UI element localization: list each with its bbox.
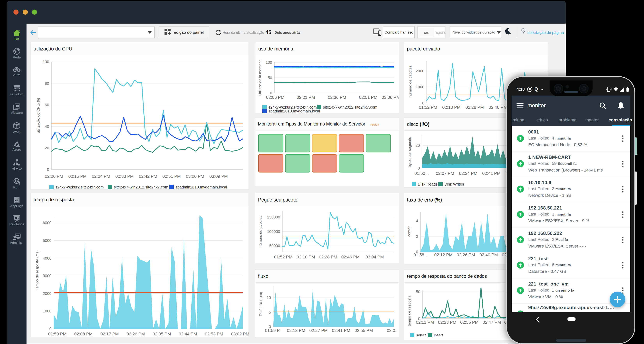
- svg-text:número de pacotes: número de pacotes: [408, 66, 412, 98]
- svg-text:site24x7-win2012.site24x7.com: site24x7-win2012.site24x7.com: [114, 185, 168, 189]
- svg-text:site24x7-win2012.site24x7.com: site24x7-win2012.site24x7.com: [323, 105, 377, 109]
- svg-text:02:28 PM: 02:28 PM: [466, 105, 484, 110]
- svg-text:s24x7-w2k8r2.site24x7.com: s24x7-w2k8r2.site24x7.com: [55, 185, 104, 189]
- svg-text:03:00 PM: 03:00 PM: [186, 174, 204, 179]
- svg-text:5: 5: [269, 310, 271, 314]
- svg-text:02:41 PM: 02:41 PM: [332, 328, 350, 333]
- svg-text:02:23 PM: 02:23 PM: [438, 320, 456, 325]
- svg-text:02:55 PM: 02:55 PM: [354, 328, 373, 333]
- svg-text:0: 0: [422, 101, 424, 105]
- svg-text:1000: 1000: [416, 85, 424, 89]
- svg-text:02:35 PM: 02:35 PM: [460, 320, 478, 325]
- svg-text:Disk Reads: Disk Reads: [418, 182, 438, 186]
- svg-text:03:06 PM: 03:06 PM: [382, 95, 399, 100]
- svg-text:Disk Writes: Disk Writes: [444, 182, 464, 186]
- svg-text:02:40 PM: 02:40 PM: [480, 252, 498, 257]
- svg-text:..: ..: [246, 332, 249, 336]
- svg-text:02:35 PM: 02:35 PM: [152, 332, 171, 336]
- svg-text:bytes por segundo: bytes por segundo: [408, 137, 412, 167]
- svg-text:02:10 PM: 02:10 PM: [442, 105, 460, 110]
- svg-text:80: 80: [45, 81, 49, 86]
- svg-text:4: 4: [416, 219, 418, 223]
- svg-text:0: 0: [49, 327, 52, 331]
- svg-text:02:07 PM: 02:07 PM: [436, 171, 454, 176]
- svg-text:50000: 50000: [269, 244, 280, 248]
- svg-text:0: 0: [47, 168, 49, 172]
- svg-text:2000: 2000: [43, 292, 52, 296]
- svg-text:01:59 P..: 01:59 P..: [265, 328, 282, 333]
- svg-text:01:50 ..: 01:50 ..: [414, 171, 428, 176]
- svg-text:6000: 6000: [43, 221, 52, 225]
- svg-text:100: 100: [266, 60, 272, 64]
- svg-text:02:08 PM: 02:08 PM: [74, 332, 92, 336]
- svg-text:02:24 PM: 02:24 PM: [92, 174, 110, 179]
- svg-text:s24x7-w2k8r2.site24x7.com: s24x7-w2k8r2.site24x7.com: [268, 105, 317, 109]
- svg-text:02:26 PM: 02:26 PM: [457, 252, 475, 257]
- svg-text:02: 02: [502, 252, 506, 257]
- svg-text:5000: 5000: [43, 238, 52, 243]
- svg-text:02:21 PM: 02:21 PM: [297, 95, 315, 100]
- svg-text:02:26 PM: 02:26 PM: [126, 332, 145, 336]
- svg-text:02:42 PM: 02:42 PM: [139, 174, 157, 179]
- svg-text:4000: 4000: [43, 256, 52, 260]
- svg-text:01:59 PM: 01:59 PM: [48, 332, 66, 336]
- svg-text:tempo de resposta: tempo de resposta: [407, 296, 411, 326]
- svg-text:02:06 PM: 02:06 PM: [45, 174, 63, 179]
- svg-text:02:12 PM: 02:12 PM: [434, 252, 452, 257]
- svg-text:contar: contar: [407, 226, 411, 236]
- svg-text:02:47 PM: 02:47 PM: [482, 320, 501, 325]
- svg-text:0: 0: [418, 166, 420, 170]
- svg-text:spadmin2010.mydomain.local: spadmin2010.mydomain.local: [268, 109, 320, 113]
- svg-text:100: 100: [43, 60, 49, 64]
- svg-text:01:52 PM: 01:52 PM: [419, 105, 437, 110]
- svg-text:número de pacotes: número de pacotes: [258, 216, 262, 248]
- svg-text:Utilizzo della memoria: Utilizzo della memoria: [258, 60, 262, 96]
- svg-text:02:46 PM: 02:46 PM: [489, 105, 507, 110]
- svg-text:02:51 PM: 02:51 PM: [359, 95, 377, 100]
- svg-text:0: 0: [270, 91, 272, 95]
- svg-text:3000: 3000: [43, 274, 52, 278]
- svg-text:50: 50: [416, 290, 420, 294]
- svg-text:02:46 PM: 02:46 PM: [341, 254, 360, 260]
- svg-text:02:17 PM: 02:17 PM: [100, 332, 119, 336]
- svg-text:03:0..: 03:0..: [387, 328, 398, 333]
- svg-text:Potência (rpm): Potência (rpm): [259, 292, 263, 316]
- svg-text:02:11 PM: 02:11 PM: [416, 320, 434, 325]
- svg-text:03:04 PM: 03:04 PM: [366, 254, 384, 260]
- svg-text:02:41 PM: 02:41 PM: [482, 171, 500, 176]
- svg-text:insert: insert: [434, 333, 443, 337]
- svg-text:2: 2: [416, 234, 418, 238]
- svg-text:01:52 PM: 01:52 PM: [274, 254, 292, 260]
- svg-text:100000: 100000: [267, 230, 280, 234]
- svg-text:02:44 PM: 02:44 PM: [179, 332, 197, 336]
- svg-text:02:27 PM: 02:27 PM: [309, 328, 328, 333]
- svg-text:40: 40: [45, 124, 49, 129]
- svg-text:02:24 PM: 02:24 PM: [459, 171, 477, 176]
- svg-text:50: 50: [268, 76, 272, 80]
- svg-text:02:15 PM: 02:15 PM: [68, 174, 87, 179]
- svg-text:02:06 PM: 02:06 PM: [266, 95, 284, 100]
- svg-text:spadmin2010.mydomain.local: spadmin2010.mydomain.local: [176, 185, 227, 189]
- svg-text:1000: 1000: [43, 309, 52, 313]
- svg-text:Tempo de resposta (ms): Tempo de resposta (ms): [35, 250, 39, 290]
- svg-text:02:10 PM: 02:10 PM: [297, 254, 315, 260]
- svg-text:10: 10: [267, 296, 271, 300]
- svg-text:utilização do CPU(%): utilização do CPU(%): [36, 98, 40, 133]
- svg-text:select: select: [416, 333, 426, 337]
- svg-text:02:51 PM: 02:51 PM: [162, 174, 181, 179]
- svg-text:02:36 PM: 02:36 PM: [328, 95, 346, 100]
- svg-text:02:33 PM: 02:33 PM: [116, 174, 134, 179]
- svg-text:20: 20: [416, 143, 420, 148]
- svg-text:2000: 2000: [416, 69, 424, 73]
- svg-text:01:58 ..: 01:58 ..: [414, 252, 428, 257]
- svg-text:02:28 PM: 02:28 PM: [319, 254, 337, 260]
- svg-text:02:13 PM: 02:13 PM: [287, 328, 305, 333]
- svg-text:02:53 PM: 02:53 PM: [205, 332, 223, 336]
- svg-text:20: 20: [45, 146, 49, 150]
- svg-text:03:02 PM: 03:02 PM: [231, 332, 249, 336]
- svg-text:60: 60: [45, 103, 49, 107]
- svg-text:03:09 PM: 03:09 PM: [209, 174, 228, 179]
- svg-text:150000: 150000: [267, 215, 280, 219]
